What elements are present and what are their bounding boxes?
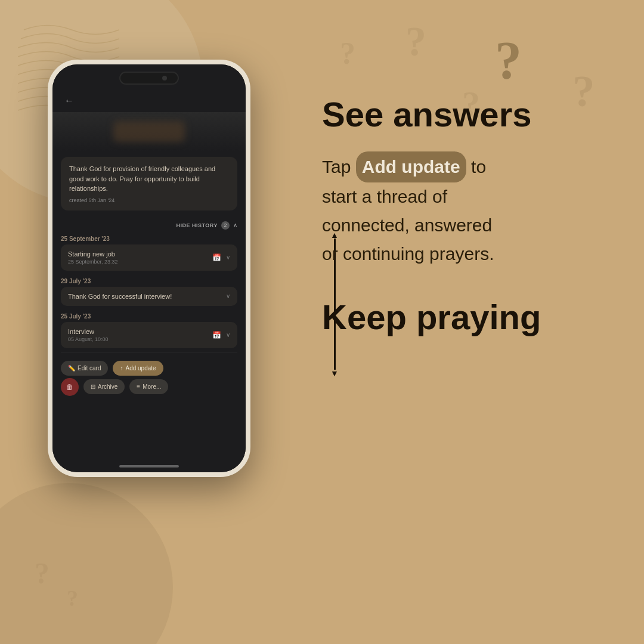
more-label: More... xyxy=(143,383,161,390)
qmark-1: ? xyxy=(340,36,355,71)
qmark-3: ? xyxy=(495,30,522,91)
timeline-item-2-icons: ∨ xyxy=(226,293,230,299)
desc-tap: Tap xyxy=(322,157,356,177)
phone-camera xyxy=(162,76,167,80)
timeline-item-1-title: Starting new job xyxy=(68,250,212,258)
add-update-button[interactable]: ↑ Add update xyxy=(113,361,163,376)
bottom-actions-row1: ✏️ Edit card ↑ Add update xyxy=(52,356,246,378)
chevron-down-icon-2: ∨ xyxy=(226,293,230,299)
status-bar: ← xyxy=(52,94,246,112)
timeline-item-3[interactable]: Interview 05 August, 10:00 📅 ∨ xyxy=(61,322,237,348)
archive-label: Archive xyxy=(98,383,117,390)
timeline-item-2-content: Thank God for successful interview! xyxy=(68,293,226,300)
prayer-card-created: created 5th Jan '24 xyxy=(69,197,229,203)
timeline-item-2-title: Thank God for successful interview! xyxy=(68,293,226,300)
timeline-item-1-subtitle: 25 September, 23:32 xyxy=(68,259,212,265)
home-indicator xyxy=(119,465,179,467)
qmark-2: ? xyxy=(405,18,426,66)
archive-button[interactable]: ⊟ Archive xyxy=(83,379,125,394)
timeline-item-1[interactable]: Starting new job 25 September, 23:32 📅 ∨ xyxy=(61,244,237,271)
prayer-card-text: Thank God for provision of friendly coll… xyxy=(69,164,229,194)
edit-card-button[interactable]: ✏️ Edit card xyxy=(61,361,108,376)
right-content: See answers Tap Add update to start a th… xyxy=(322,95,608,336)
qmark-7: ? xyxy=(67,585,78,611)
archive-icon: ⊟ xyxy=(91,383,95,390)
chevron-up-icon: ∧ xyxy=(233,222,237,228)
edit-card-label: Edit card xyxy=(78,365,101,371)
upload-icon: ↑ xyxy=(120,365,123,371)
timeline-item-1-icons: 📅 ∨ xyxy=(212,253,230,262)
timeline-item-1-content: Starting new job 25 September, 23:32 xyxy=(68,250,212,265)
phone-notch xyxy=(119,72,179,85)
phone-screen: ← Thank God for provision of friendly co… xyxy=(52,64,246,472)
history-badge: 2 xyxy=(221,221,230,230)
chevron-down-icon-3: ∨ xyxy=(226,332,230,338)
pencil-icon: ✏️ xyxy=(68,365,75,371)
desc-line4: or continuing prayers. xyxy=(322,244,494,264)
divider xyxy=(61,352,237,352)
delete-button[interactable]: 🗑 xyxy=(61,378,79,396)
chevron-down-icon: ∨ xyxy=(226,254,230,261)
subheadline: Keep praying xyxy=(322,298,608,336)
header-blur xyxy=(113,121,185,142)
bottom-actions-row2: 🗑 ⊟ Archive ≡ More... xyxy=(52,378,246,402)
menu-icon: ≡ xyxy=(137,383,140,390)
header-image xyxy=(52,112,246,151)
calendar-icon-2: 📅 xyxy=(212,331,221,339)
headline: See answers xyxy=(322,95,608,134)
phone-frame: ← Thank God for provision of friendly co… xyxy=(48,60,250,477)
add-update-highlight: Add update xyxy=(356,151,466,182)
desc-line2: start a thread of xyxy=(322,187,447,206)
date-label-3: 25 July '23 xyxy=(52,309,246,322)
date-label-1: 25 September '23 xyxy=(52,232,246,244)
history-header: HIDE HISTORY 2 ∧ xyxy=(52,216,246,232)
more-button[interactable]: ≡ More... xyxy=(129,379,168,394)
timeline-item-3-content: Interview 05 August, 10:00 xyxy=(68,328,212,342)
add-update-label: Add update xyxy=(125,365,156,371)
trash-icon: 🗑 xyxy=(66,383,73,391)
phone-wrapper: ← Thank God for provision of friendly co… xyxy=(48,60,250,477)
prayer-card: Thank God for provision of friendly coll… xyxy=(61,157,237,210)
timeline-item-3-icons: 📅 ∨ xyxy=(212,331,230,339)
timeline-item-2[interactable]: Thank God for successful interview! ∨ xyxy=(61,287,237,306)
qmark-6: ? xyxy=(35,556,49,590)
back-arrow-icon[interactable]: ← xyxy=(64,95,74,106)
desc-line3: connected, answered xyxy=(322,215,492,235)
timeline-item-3-subtitle: 05 August, 10:00 xyxy=(68,336,212,342)
timeline-item-3-title: Interview xyxy=(68,328,212,335)
hide-history-button[interactable]: HIDE HISTORY xyxy=(176,222,218,228)
date-label-2: 29 July '23 xyxy=(52,274,246,287)
desc-to: to xyxy=(466,157,486,177)
calendar-icon: 📅 xyxy=(212,253,221,262)
description: Tap Add update to start a thread of conn… xyxy=(322,151,608,268)
